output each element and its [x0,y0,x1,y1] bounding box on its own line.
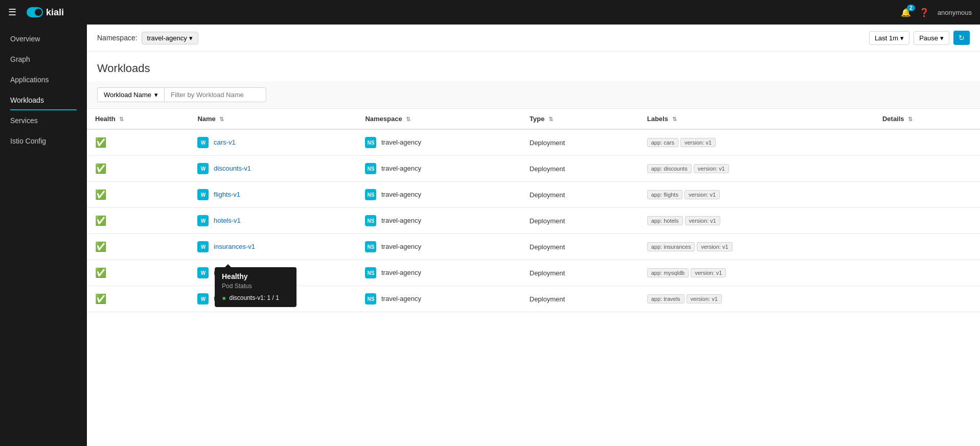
cell-health[interactable]: ✅ [87,286,189,312]
cell-details [874,129,980,156]
help-button[interactable]: ❓ [919,8,929,17]
workload-link[interactable]: discounts-v1 [214,165,251,172]
ns-badge: NS [365,267,376,278]
refresh-icon: ↻ [959,34,965,42]
workload-badge: W [197,189,209,200]
col-details-label: Details [882,115,904,123]
navbar: ☰ kiali 🔔 2 ❓ anonymous [0,0,980,25]
cell-labels: app: travelsversion: v1 [639,286,874,312]
workload-link[interactable]: travels-v1 [214,295,242,302]
cell-name: W insurances-v1 [189,234,357,260]
sidebar-item-applications[interactable]: Applications [0,69,87,90]
namespace-value: travel-agency [381,165,421,172]
filter-input[interactable] [164,87,266,102]
sidebar-item-label: Istio Config [10,137,46,145]
namespace-value: travel-agency [381,295,421,302]
cell-type: Deployment [521,234,639,260]
cell-health[interactable]: ✅ [87,234,189,260]
time-range-dropdown[interactable]: Last 1m ▾ [869,31,909,45]
health-check-icon: ✅ [95,137,106,148]
pause-label: Pause [919,34,938,42]
cell-details [874,182,980,208]
cell-name: W flights-v1 [189,182,357,208]
col-name-label: Name [197,115,215,123]
cell-namespace: NS travel-agency [357,182,521,208]
ns-badge: NS [365,137,376,148]
filter-bar: Workload Name ▾ [87,81,980,109]
table-row: ✅ W mysqldb-v1 NS travel-agency Deployme… [87,260,980,286]
col-namespace[interactable]: Namespace ⇅ [357,109,521,129]
chevron-down-icon: ▾ [189,34,193,42]
col-health[interactable]: Health ⇅ [87,109,189,129]
sidebar-item-services[interactable]: Services [0,110,87,131]
label-tag: app: mysqldb [647,268,689,277]
cell-health[interactable]: ✅ [87,156,189,182]
sidebar-item-graph[interactable]: Graph [0,49,87,69]
sidebar-item-istio-config[interactable]: Istio Config [0,131,87,151]
col-labels-label: Labels [647,115,668,123]
health-check-icon: ✅ [95,190,106,200]
label-tag: app: insurances [647,242,695,251]
workload-link[interactable]: flights-v1 [214,191,240,198]
health-check-icon: ✅ [95,216,106,226]
sidebar-item-label: Services [10,116,38,125]
col-details[interactable]: Details ⇅ [874,109,980,129]
navbar-icons: 🔔 2 ❓ anonymous [901,8,972,17]
cell-health[interactable]: ✅ [87,260,189,286]
cell-details [874,286,980,312]
cell-health[interactable]: ✅ [87,129,189,156]
cell-type: Deployment [521,208,639,234]
sidebar-item-label: Applications [10,76,49,84]
sidebar-item-workloads[interactable]: Workloads [0,90,87,110]
cell-namespace: NS travel-agency [357,129,521,156]
label-tag: app: travels [647,294,685,303]
col-namespace-label: Namespace [365,115,402,123]
ns-badge: NS [365,241,376,252]
cell-health[interactable]: ✅ [87,182,189,208]
workloads-table: Health ⇅ Name ⇅ Namespace ⇅ Type ⇅ [87,109,980,312]
col-type[interactable]: Type ⇅ [521,109,639,129]
cell-type: Deployment [521,260,639,286]
health-check-icon: ✅ [95,163,106,174]
cell-name: W mysqldb-v1 [189,260,357,286]
cell-namespace: NS travel-agency [357,208,521,234]
hamburger-button[interactable]: ☰ [8,7,16,18]
notifications-button[interactable]: 🔔 2 [901,8,911,17]
col-name[interactable]: Name ⇅ [189,109,357,129]
label-tag: app: discounts [647,164,692,173]
workload-link[interactable]: insurances-v1 [214,243,255,250]
page-header: Workloads [87,52,980,81]
cell-health[interactable]: ✅ [87,208,189,234]
label-tag: app: hotels [647,216,683,225]
ns-badge: NS [365,215,376,226]
label-tag: version: v1 [685,190,720,199]
col-type-label: Type [530,115,544,123]
workload-link[interactable]: mysqldb-v1 [214,269,247,276]
health-check-icon: ✅ [95,242,106,252]
cell-details [874,234,980,260]
workload-link[interactable]: hotels-v1 [214,217,241,224]
label-tag: version: v1 [687,294,722,303]
label-tag: version: v1 [691,268,726,277]
namespace-label: Namespace: [97,34,138,42]
sidebar-item-overview[interactable]: Overview [0,29,87,49]
sort-icon-labels: ⇅ [672,116,677,122]
label-tag: version: v1 [697,242,732,251]
namespace-value: travel-agency [381,269,421,276]
namespace-dropdown[interactable]: travel-agency ▾ [142,32,198,44]
col-labels[interactable]: Labels ⇅ [639,109,874,129]
refresh-button[interactable]: ↻ [953,31,970,45]
chevron-down-icon: ▾ [154,91,158,99]
label-tag: app: flights [647,190,682,199]
cell-type: Deployment [521,286,639,312]
filter-type-label: Workload Name [104,91,151,99]
workload-link[interactable]: cars-v1 [214,138,236,146]
sort-icon-details: ⇅ [908,116,913,122]
cell-namespace: NS travel-agency [357,286,521,312]
pause-dropdown[interactable]: Pause ▾ [914,31,949,45]
namespace-value: travel-agency [381,191,421,198]
ns-badge: NS [365,189,376,200]
filter-type-button[interactable]: Workload Name ▾ [97,87,164,102]
kiali-logo: kiali [27,7,64,18]
cell-labels: app: insurancesversion: v1 [639,234,874,260]
